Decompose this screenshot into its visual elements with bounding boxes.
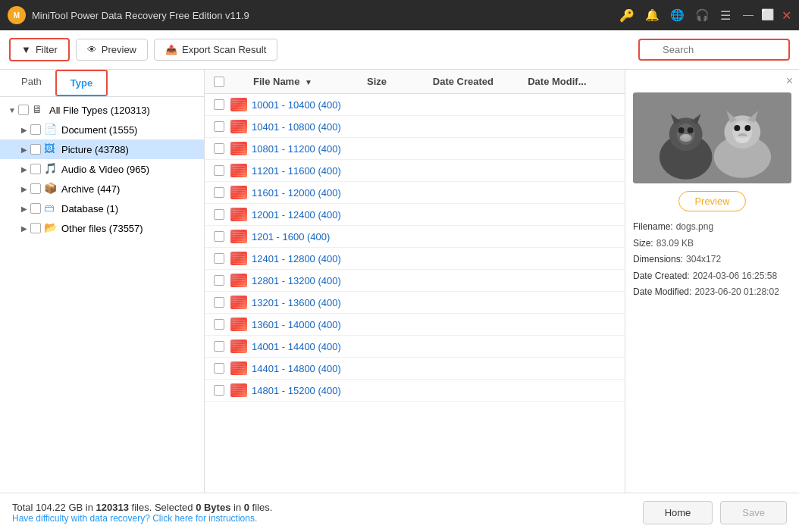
tree-label-other: Other files (73557) [61,223,143,234]
row-checkbox[interactable] [214,209,224,220]
svg-text:M: M [14,11,20,20]
header-date-created[interactable]: Date Created [433,76,528,87]
tree-item-all[interactable]: ▼ 🖥 All File Types (120313) [0,100,204,120]
tree-arrow-db: ▶ [18,202,30,214]
file-row[interactable]: 14801 - 15200 (400) [205,380,625,402]
row-checkbox[interactable] [214,99,224,110]
tree-item-audio[interactable]: ▶ 🎵 Audio & Video (965) [0,159,204,179]
headphone-icon[interactable]: 🎧 [695,8,710,22]
save-button[interactable]: Save [720,501,787,524]
tree-check-doc[interactable] [30,124,41,135]
restore-button[interactable]: ⬜ [761,8,774,23]
toolbar: ▼ Filter 👁 Preview 📤 Export Scan Result … [0,30,799,70]
preview-close-button[interactable]: × [786,74,793,88]
tree-label-picture: Picture (43788) [61,144,129,155]
tree-check[interactable] [18,105,29,115]
row-checkbox[interactable] [214,165,224,176]
tree-check-archive[interactable] [30,183,41,194]
folder-icon [230,296,247,309]
folder-icon [230,274,247,287]
tree-item-database[interactable]: ▶ 🗃 Database (1) [0,199,204,218]
minimize-button[interactable]: — [743,8,754,23]
file-row[interactable]: 14001 - 14400 (400) [205,336,625,358]
tree-check-other[interactable] [30,223,41,233]
row-checkbox[interactable] [214,231,224,242]
svg-rect-2 [633,92,791,183]
tree-check-audio[interactable] [30,164,41,174]
header-size[interactable]: Size [367,76,433,87]
tree-item-picture[interactable]: ▶ 🖼 Picture (43788) [0,139,204,159]
file-row[interactable]: 13601 - 14000 (400) [205,314,625,336]
menu-icon[interactable]: ☰ [720,8,731,23]
row-checkbox[interactable] [214,319,224,330]
header-checkbox[interactable] [214,77,224,87]
file-row[interactable]: 12801 - 13200 (400) [205,270,625,292]
header-date-modified[interactable]: Date Modif... [528,76,616,87]
file-name: 13201 - 13600 (400) [252,297,358,308]
header-check-col [214,77,237,87]
tree-check-db[interactable] [30,203,41,214]
file-name: 10801 - 11200 (400) [252,143,358,155]
tab-path[interactable]: Path [8,70,55,96]
status-info: Total 104.22 GB in 120313 files. Selecte… [12,502,272,524]
row-checkbox[interactable] [214,363,224,374]
close-button[interactable]: ✕ [782,8,791,23]
file-row[interactable]: 14401 - 14800 (400) [205,358,625,380]
tree-label-all: All File Types (120313) [49,105,150,116]
row-checkbox[interactable] [214,385,224,396]
row-checkbox[interactable] [214,143,224,154]
tab-type[interactable]: Type [55,70,108,96]
file-name: 14001 - 14400 (400) [252,341,358,352]
globe-icon[interactable]: 🌐 [670,8,685,22]
home-button[interactable]: Home [643,501,713,524]
preview-metadata: Filename: dogs.png Size: 83.09 KB Dimens… [633,219,791,301]
status-text: Total 104.22 GB in 120313 files. Selecte… [12,502,272,513]
title-bar-icons: 🔑 🔔 🌐 🎧 ☰ [619,8,731,23]
file-name: 12801 - 13200 (400) [252,275,358,286]
preview-action-button[interactable]: Preview [678,191,745,211]
tree-item-other[interactable]: ▶ 📂 Other files (73557) [0,218,204,238]
key-icon[interactable]: 🔑 [619,8,634,23]
file-row[interactable]: 10401 - 10800 (400) [205,116,625,138]
file-row[interactable]: 12401 - 12800 (400) [205,248,625,270]
row-checkbox[interactable] [214,253,224,264]
tree-label-database: Database (1) [61,203,118,214]
row-checkbox[interactable] [214,275,224,286]
archive-icon: 📦 [44,182,58,196]
preview-button[interactable]: 👁 Preview [76,39,148,61]
window-controls: — ⬜ ✕ [743,8,791,23]
status-bar: Total 104.22 GB in 120313 files. Selecte… [0,493,799,532]
export-button[interactable]: 📤 Export Scan Result [154,39,277,61]
svg-point-11 [680,134,692,142]
tree-check-pic[interactable] [30,144,41,155]
file-row[interactable]: 13201 - 13600 (400) [205,292,625,314]
row-checkbox[interactable] [214,341,224,352]
tree-item-archive[interactable]: ▶ 📦 Archive (447) [0,179,204,199]
tree-label-archive: Archive (447) [61,183,120,195]
folder-icon [230,120,247,133]
file-name: 13601 - 14000 (400) [252,319,358,330]
file-row[interactable]: 10801 - 11200 (400) [205,138,625,160]
filter-button[interactable]: ▼ Filter [9,38,70,61]
svg-point-15 [734,125,740,131]
file-row[interactable]: 10001 - 10400 (400) [205,94,625,116]
bell-icon[interactable]: 🔔 [645,8,660,22]
file-row[interactable]: 11601 - 12000 (400) [205,182,625,204]
document-icon: 📄 [44,123,58,136]
file-row[interactable]: 11201 - 11600 (400) [205,160,625,182]
help-link[interactable]: Have difficulty with data recovery? Clic… [12,513,272,524]
folder-icon [230,318,247,331]
row-checkbox[interactable] [214,121,224,132]
filter-icon: ▼ [21,44,31,55]
tree-item-document[interactable]: ▶ 📄 Document (1555) [0,120,204,139]
file-row[interactable]: 1201 - 1600 (400) [205,226,625,248]
status-buttons: Home Save [643,501,787,524]
folder-icon [230,208,247,221]
app-logo: M [8,6,26,24]
row-checkbox[interactable] [214,297,224,308]
header-filename[interactable]: File Name ▼ [253,76,367,87]
file-row[interactable]: 12001 - 12400 (400) [205,204,625,226]
search-input[interactable] [638,39,790,61]
file-table-header: File Name ▼ Size Date Created Date Modif… [205,70,625,94]
row-checkbox[interactable] [214,187,224,198]
